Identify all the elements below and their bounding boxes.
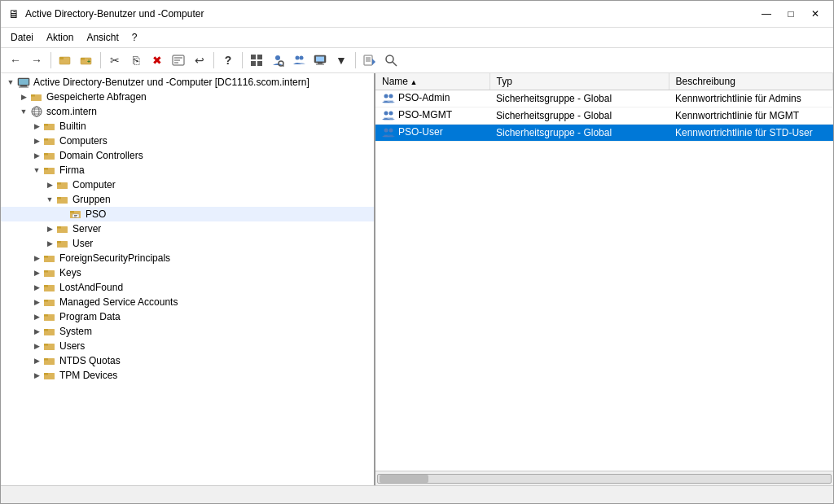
- tree-pane[interactable]: ▼ Active Directory-Benutzer und -Compute…: [1, 73, 375, 485]
- table-row[interactable]: PSO-UserSicherheitsgruppe - GlobalKennwo…: [375, 125, 833, 142]
- forward-button[interactable]: →: [27, 50, 46, 70]
- expand-tpm[interactable]: ▶: [30, 369, 43, 382]
- pso-icon: [69, 208, 82, 221]
- svg-rect-43: [44, 138, 48, 141]
- svg-point-17: [300, 56, 304, 60]
- svg-rect-32: [19, 87, 29, 88]
- back-button[interactable]: ←: [6, 50, 25, 70]
- expand-system[interactable]: ▶: [30, 325, 43, 338]
- svg-rect-12: [257, 61, 262, 66]
- firma-icon: [43, 164, 56, 177]
- svg-rect-87: [384, 134, 393, 138]
- dc-icon: [43, 149, 56, 162]
- svg-rect-31: [20, 85, 27, 87]
- new-folder-button[interactable]: +: [77, 50, 96, 70]
- hscroll-thumb[interactable]: [380, 475, 428, 483]
- horizontal-scrollbar[interactable]: [375, 471, 833, 485]
- table-row[interactable]: PSO-AdminSicherheitsgruppe - GlobalKennw…: [375, 90, 833, 107]
- user-firma-icon: [56, 237, 69, 250]
- show-folder-button[interactable]: [55, 50, 75, 70]
- hscroll-track[interactable]: [377, 474, 832, 484]
- col-beschreibung[interactable]: Beschreibung: [669, 73, 833, 90]
- tree-node-gruppen[interactable]: ▼ Gruppen: [1, 192, 374, 207]
- menu-aktion[interactable]: Aktion: [40, 29, 80, 46]
- help-button[interactable]: ?: [218, 50, 238, 70]
- expand-users[interactable]: ▶: [30, 340, 43, 353]
- tree-node-keys[interactable]: ▶ Keys: [1, 265, 374, 280]
- minimize-button[interactable]: —: [755, 6, 778, 22]
- computer-firma-label: Computer: [72, 179, 116, 191]
- undo-button[interactable]: ↩: [190, 50, 209, 70]
- expand-foreign[interactable]: ▶: [30, 252, 43, 265]
- tree-node-user-firma[interactable]: ▶ User: [1, 236, 374, 251]
- menu-ansicht[interactable]: Ansicht: [80, 29, 125, 46]
- tree-node-ntds[interactable]: ▶ NTDS Quotas: [1, 353, 374, 368]
- maximize-button[interactable]: □: [779, 6, 802, 22]
- col-name[interactable]: Name: [375, 73, 489, 90]
- expand-computer-firma[interactable]: ▶: [43, 178, 56, 191]
- export-button[interactable]: [360, 50, 380, 70]
- expand-msa[interactable]: ▶: [30, 296, 43, 309]
- menu-help[interactable]: ?: [125, 29, 144, 46]
- col-typ[interactable]: Typ: [489, 73, 669, 90]
- expand-server[interactable]: ▶: [43, 222, 56, 235]
- copy-button[interactable]: ⎘: [126, 50, 146, 70]
- cell-beschreibung: Kennwortrichtlinie für Admins: [669, 90, 833, 107]
- list-scroll[interactable]: Name Typ Beschreibung PSO-AdminSicherhei…: [375, 73, 833, 471]
- close-button[interactable]: ✕: [804, 6, 827, 22]
- tree-node-scom[interactable]: ▼ scom.intern: [1, 104, 374, 119]
- find-group-button[interactable]: [289, 50, 309, 70]
- user-firma-label: User: [72, 238, 93, 249]
- tree-node-msa[interactable]: ▶ Managed Service Accounts: [1, 295, 374, 309]
- tree-node-dc[interactable]: ▶ Domain Controllers: [1, 148, 374, 163]
- svg-point-85: [384, 129, 388, 133]
- tree-node-computers[interactable]: ▶ Computers: [1, 134, 374, 148]
- expand-gruppen[interactable]: ▼: [43, 193, 56, 206]
- tree-node-computer-firma[interactable]: ▶ Computer: [1, 177, 374, 192]
- svg-rect-3: [81, 58, 85, 60]
- cut-button[interactable]: ✂: [105, 50, 125, 70]
- expand-ntds[interactable]: ▶: [30, 354, 43, 367]
- filter-button[interactable]: ▼: [331, 50, 351, 70]
- tree-root[interactable]: ▼ Active Directory-Benutzer und -Compute…: [1, 75, 374, 90]
- menu-datei[interactable]: Datei: [4, 29, 40, 46]
- rename-button[interactable]: [169, 50, 188, 70]
- expand-firma[interactable]: ▼: [30, 164, 43, 177]
- tree-node-system[interactable]: ▶ System: [1, 324, 374, 339]
- expand-root[interactable]: ▼: [4, 76, 17, 89]
- expand-scom[interactable]: ▼: [17, 105, 30, 118]
- delete-button[interactable]: ✖: [147, 50, 167, 70]
- tree-node-users[interactable]: ▶ Users: [1, 339, 374, 353]
- tree-node-programdata[interactable]: ▶ Program Data: [1, 309, 374, 324]
- table-header-row: Name Typ Beschreibung: [375, 73, 833, 90]
- tree-node-pso[interactable]: PSO: [1, 207, 374, 221]
- expand-dc[interactable]: ▶: [30, 149, 43, 162]
- expand-computers[interactable]: ▶: [30, 134, 43, 147]
- expand-user-firma[interactable]: ▶: [43, 237, 56, 250]
- scom-label: scom.intern: [46, 106, 97, 117]
- find-computer-button[interactable]: [310, 50, 330, 70]
- expand-programdata[interactable]: ▶: [30, 310, 43, 323]
- tree-node-firma[interactable]: ▼ Firma: [1, 163, 374, 177]
- expand-gespeicherte[interactable]: ▶: [17, 90, 30, 103]
- tree-node-gespeicherte[interactable]: ▶ Gespeicherte Abfragen: [1, 90, 374, 104]
- builtin-icon: [43, 120, 56, 133]
- tree-node-server[interactable]: ▶ Server: [1, 221, 374, 236]
- toolbar-btn-1[interactable]: [247, 50, 266, 70]
- cell-beschreibung: Kennwortrichtlinie für STD-User: [669, 125, 833, 142]
- title-bar: 🖥 Active Directory-Benutzer und -Compute…: [1, 1, 833, 28]
- expand-builtin[interactable]: ▶: [30, 120, 43, 133]
- table-row[interactable]: PSO-MGMTSicherheitsgruppe - GlobalKennwo…: [375, 107, 833, 125]
- server-label: Server: [72, 223, 101, 234]
- expand-lostandfound[interactable]: ▶: [30, 281, 43, 294]
- tree-node-builtin[interactable]: ▶ Builtin: [1, 119, 374, 134]
- group-icon: [382, 126, 395, 139]
- search-button[interactable]: [381, 50, 401, 70]
- find-user-button[interactable]: [268, 50, 288, 70]
- tree-node-tpm[interactable]: ▶ TPM Devices: [1, 368, 374, 383]
- svg-rect-30: [19, 79, 29, 85]
- tree-node-lostandfound[interactable]: ▶ LostAndFound: [1, 280, 374, 295]
- expand-keys[interactable]: ▶: [30, 266, 43, 279]
- tree-node-foreign[interactable]: ▶ ForeignSecurityPrincipals: [1, 251, 374, 265]
- foreign-icon: [43, 252, 56, 265]
